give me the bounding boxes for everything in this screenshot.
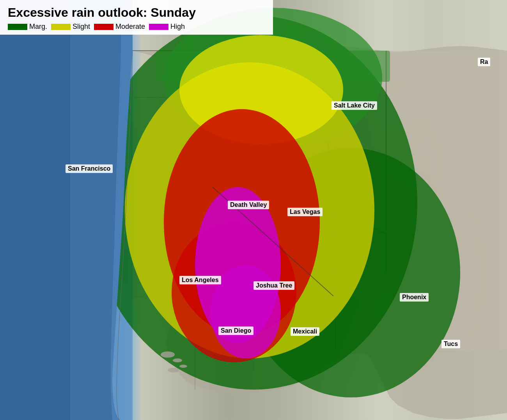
- marg-swatch: [8, 24, 27, 30]
- weather-map-svg: [0, 0, 507, 420]
- legend-moderate: Moderate: [94, 23, 145, 31]
- legend-marginal: Marg.: [8, 23, 47, 31]
- legend-slight: Slight: [51, 23, 90, 31]
- svg-point-27: [173, 358, 182, 362]
- header: Excessive rain outlook: Sunday Marg. Sli…: [0, 0, 273, 35]
- high-swatch: [149, 24, 168, 30]
- city-label-los-angeles: Los Angeles: [179, 276, 221, 284]
- svg-point-29: [168, 368, 179, 372]
- city-label-salt-lake-city: Salt Lake City: [332, 101, 377, 110]
- legend-high-label: High: [170, 23, 185, 31]
- legend-high: High: [149, 23, 185, 31]
- legend-slight-label: Slight: [73, 23, 90, 31]
- city-label-san-francisco: San Francisco: [66, 164, 113, 173]
- city-label-tucs: Tucs: [441, 340, 460, 348]
- city-label-phoenix: Phoenix: [400, 293, 429, 302]
- svg-rect-25: [0, 0, 70, 420]
- slight-swatch: [51, 24, 71, 30]
- city-label-san-diego: San Diego: [218, 326, 254, 335]
- legend: Marg. Slight Moderate High: [8, 23, 265, 31]
- city-label-joshua-tree: Joshua Tree: [254, 281, 294, 290]
- city-label-death-valley: Death Valley: [228, 201, 269, 209]
- svg-point-24: [211, 265, 281, 358]
- city-label-mexicali: Mexicali: [291, 327, 319, 336]
- svg-point-26: [161, 351, 175, 358]
- city-label-ra: Ra: [478, 58, 490, 66]
- legend-marg-label: Marg.: [29, 23, 47, 31]
- page-title: Excessive rain outlook: Sunday: [8, 6, 265, 19]
- map-container: Excessive rain outlook: Sunday Marg. Sli…: [0, 0, 507, 420]
- city-label-las-vegas: Las Vegas: [287, 208, 323, 216]
- legend-moderate-label: Moderate: [115, 23, 145, 31]
- moderate-swatch: [94, 24, 113, 30]
- svg-point-28: [179, 365, 187, 368]
